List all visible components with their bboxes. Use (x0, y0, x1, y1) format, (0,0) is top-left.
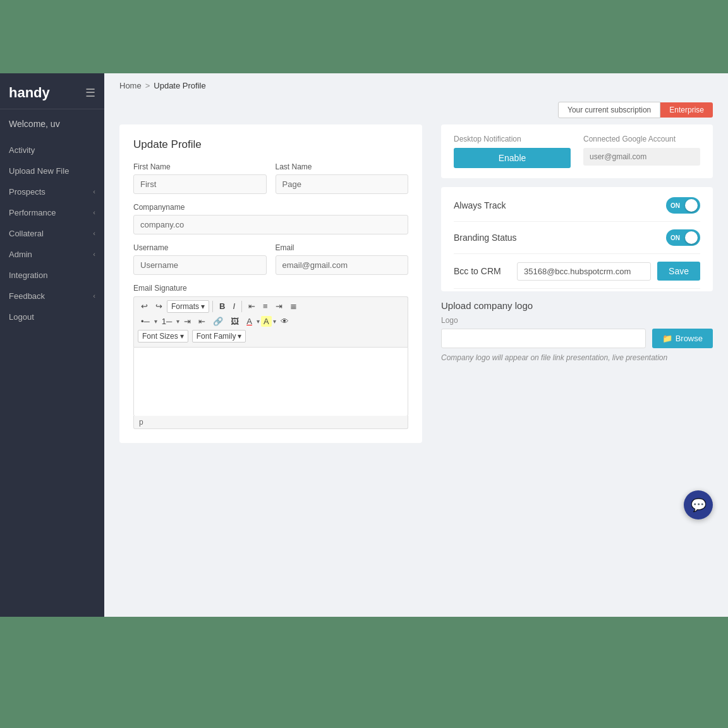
font-color-button[interactable]: A (243, 315, 255, 328)
sidebar-welcome: Welcome, uv (0, 109, 104, 137)
breadcrumb-home[interactable]: Home (119, 81, 142, 90)
logo-upload-row: 📁 Browse (441, 329, 713, 348)
first-name-group: First Name (133, 162, 267, 194)
browse-button[interactable]: 📁 Browse (652, 329, 713, 348)
branding-status-toggle[interactable]: ON (666, 229, 700, 246)
company-input[interactable] (133, 215, 408, 234)
editor-footer: p (133, 416, 408, 429)
undo-button[interactable]: ↩ (138, 300, 151, 313)
email-group: Email (276, 243, 409, 275)
outdent-button[interactable]: ⇤ (195, 315, 209, 328)
company-label: Companyname (133, 203, 408, 212)
bullet-list-button[interactable]: •─ (138, 315, 153, 328)
chevron-icon: ‹ (93, 209, 95, 216)
toolbar-separator (212, 301, 213, 312)
chevron-icon: ‹ (93, 292, 95, 300)
username-label: Username (133, 243, 267, 252)
always-track-state: ON (670, 202, 680, 209)
formats-dropdown[interactable]: Formats ▾ (167, 300, 209, 313)
logo-upload-section: Upload company logo Logo 📁 Browse Compan… (441, 300, 713, 362)
breadcrumb-current: Update Profile (154, 81, 205, 90)
right-panel: Desktop Notification Enable Connected Go… (441, 124, 713, 443)
email-label: Email (276, 243, 409, 252)
name-row: First Name Last Name (133, 162, 408, 194)
always-track-row: Always Track ON (454, 190, 700, 222)
first-name-label: First Name (133, 162, 267, 171)
always-track-label: Always Track (454, 200, 506, 210)
branding-state: ON (670, 234, 680, 241)
align-center-button[interactable]: ≡ (260, 300, 271, 313)
justify-button[interactable]: ≣ (287, 300, 300, 313)
profile-panel: Update Profile First Name Last Name (119, 124, 422, 443)
sidebar-item-feedback[interactable]: Feedback ‹ (0, 286, 104, 306)
chevron-icon: ‹ (93, 229, 95, 237)
chevron-icon: ‹ (93, 250, 95, 258)
google-account-label: Connected Google Account (583, 135, 700, 143)
image-button[interactable]: 🖼 (228, 315, 242, 328)
sidebar: handy ☰ Welcome, uv Activity Upload New … (0, 73, 104, 617)
enable-notification-button[interactable]: Enable (454, 148, 571, 168)
font-bg-button[interactable]: A (261, 316, 272, 327)
fab-chat-button[interactable]: 💬 (684, 490, 713, 519)
chat-icon: 💬 (691, 497, 707, 513)
company-group: Companyname (133, 203, 408, 234)
email-signature-editor[interactable] (133, 347, 408, 416)
google-account-block: Connected Google Account user@gmail.com (583, 135, 700, 166)
bcc-label: Bcc to CRM (454, 266, 511, 276)
toolbar-row-3: Font Sizes ▾ Font Family ▾ (138, 330, 404, 343)
sidebar-item-activity[interactable]: Activity (0, 140, 104, 161)
main-content: Home > Update Profile Your current subsc… (104, 73, 728, 617)
sidebar-item-prospects[interactable]: Prospects ‹ (0, 181, 104, 202)
numbered-list-button[interactable]: 1─ (159, 315, 175, 328)
sidebar-header: handy ☰ (0, 73, 104, 109)
sidebar-item-performance[interactable]: Performance ‹ (0, 202, 104, 223)
first-name-input[interactable] (133, 174, 267, 194)
subscription-bar: Your current subscription Enterprise (104, 98, 728, 124)
sidebar-nav: Activity Upload New File Prospects ‹ Per… (0, 137, 104, 617)
toolbar-row-2: •─ ▾ 1─ ▾ ⇥ ⇤ 🔗 🖼 A ▾ A ▾ 👁 (138, 315, 404, 328)
align-left-button[interactable]: ⇤ (245, 300, 258, 313)
always-track-toggle[interactable]: ON (666, 197, 700, 214)
subscription-label: Your current subscription (558, 102, 660, 118)
logo-label: Logo (441, 316, 713, 325)
sidebar-item-integration[interactable]: Integration (0, 265, 104, 286)
breadcrumb-separator: > (145, 81, 150, 90)
subscription-plan: Enterprise (660, 102, 713, 118)
notification-row: Desktop Notification Enable Connected Go… (454, 135, 700, 168)
last-name-group: Last Name (276, 162, 409, 194)
link-button[interactable]: 🔗 (210, 315, 226, 328)
toggle-section: Always Track ON Branding Status ON (441, 187, 713, 291)
editor-toolbar: ↩ ↪ Formats ▾ B I ⇤ ≡ ⇥ (133, 296, 408, 347)
breadcrumb: Home > Update Profile (104, 73, 728, 98)
sidebar-item-collateral[interactable]: Collateral ‹ (0, 223, 104, 244)
logo-hint: Company logo will appear on file link pr… (441, 353, 713, 362)
sidebar-item-upload[interactable]: Upload New File (0, 161, 104, 181)
bold-button[interactable]: B (216, 300, 228, 313)
email-input[interactable] (276, 255, 409, 275)
italic-button[interactable]: I (229, 300, 238, 313)
toolbar-separator-2 (241, 301, 242, 312)
content-area: Update Profile First Name Last Name (104, 124, 728, 458)
username-input[interactable] (133, 255, 267, 275)
view-toggle-button[interactable]: 👁 (277, 315, 292, 328)
panel-title: Update Profile (133, 138, 408, 151)
hamburger-icon[interactable]: ☰ (85, 86, 95, 100)
dropdown-arrow-icon: ▾ (201, 302, 205, 311)
sidebar-item-admin[interactable]: Admin ‹ (0, 244, 104, 265)
font-family-dropdown[interactable]: Font Family ▾ (192, 330, 246, 343)
logo-file-input[interactable] (441, 329, 646, 348)
sidebar-item-logout[interactable]: Logout (0, 306, 104, 327)
align-right-button[interactable]: ⇥ (272, 300, 286, 313)
last-name-input[interactable] (276, 174, 409, 194)
bcc-save-button[interactable]: Save (657, 262, 700, 281)
dropdown-arrow-icon: ▾ (238, 332, 241, 341)
indent-button[interactable]: ⇥ (181, 315, 194, 328)
toggle-knob-2 (685, 231, 698, 244)
folder-icon: 📁 (662, 334, 672, 343)
email-signature-section: Email Signature ↩ ↪ Formats ▾ B I (133, 284, 408, 429)
branding-status-row: Branding Status ON (454, 222, 700, 254)
font-sizes-dropdown[interactable]: Font Sizes ▾ (138, 330, 188, 343)
bcc-input[interactable] (517, 262, 651, 281)
sidebar-brand: handy (9, 85, 50, 101)
redo-button[interactable]: ↪ (152, 300, 166, 313)
